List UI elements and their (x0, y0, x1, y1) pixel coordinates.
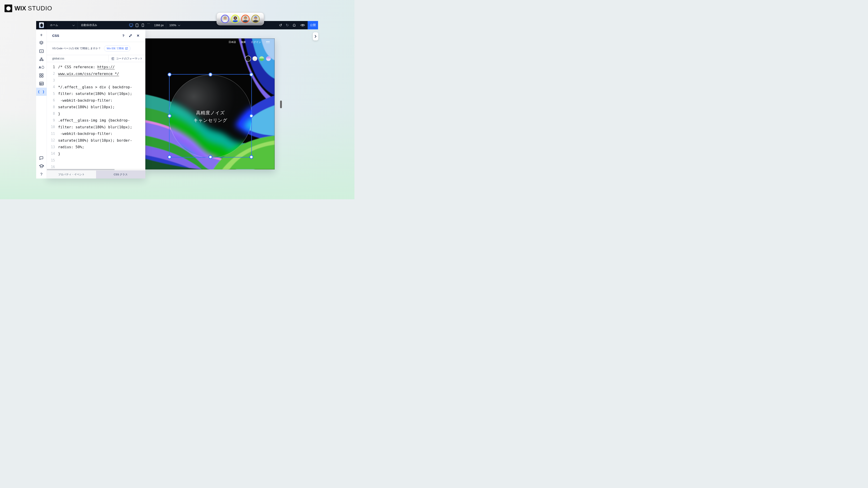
format-icon (111, 57, 115, 60)
line-number: 12 (49, 138, 55, 142)
typography-icon: A (39, 66, 44, 69)
line-number: 13 (49, 145, 55, 149)
code-line: 4*/.effect__glass > div { backdrop- (47, 84, 145, 91)
selection-handle[interactable] (168, 73, 172, 76)
file-name: global.css (47, 57, 108, 60)
connections-icon (39, 57, 43, 61)
code-line: 8saturate(180%) blur(10px); (47, 104, 145, 110)
line-number: 11 (49, 132, 55, 136)
code-line: 3 (47, 77, 145, 84)
code-line: 10filter: saturate(180%) blur(10px); (47, 124, 145, 131)
brand-name: WIX (14, 5, 26, 12)
css-code-panel: CSS ? ✕ VS Code ベースの IDE で開発しますか？ Wix ID… (47, 29, 145, 178)
headline-line-1: 高精度ノイズ (196, 110, 225, 116)
panel-close-button[interactable]: ✕ (136, 34, 140, 38)
zoom-menu[interactable]: 100% (166, 21, 183, 29)
scrollbar-thumb[interactable] (47, 169, 115, 170)
widgets-icon (39, 73, 43, 77)
zoom-level-value: 100% (169, 24, 176, 27)
cms-table-button[interactable] (36, 79, 47, 88)
site-nav-item[interactable]: 検索 (241, 40, 246, 44)
line-number: 15 (49, 158, 55, 162)
line-number: 10 (49, 125, 55, 129)
page-menu[interactable]: ホーム (47, 21, 78, 29)
site-nav-item[interactable]: 日本語 (228, 40, 236, 44)
typography-button[interactable]: A (36, 63, 47, 71)
collaborator-avatar[interactable] (241, 15, 250, 23)
color-swatch-white[interactable] (252, 56, 257, 61)
panel-help-button[interactable]: ? (122, 34, 124, 37)
publish-button[interactable]: 公開 (308, 21, 318, 29)
selection-handle[interactable] (168, 155, 172, 159)
mobile-breakpoint-button[interactable] (140, 21, 146, 29)
open-wix-ide-button[interactable]: Wix IDE で開発 (104, 45, 130, 52)
hamburger-menu-icon[interactable] (266, 41, 270, 43)
wix-studio-workspace: WIX STUDIO ホーム 自動保存済み … 1366 px (0, 0, 354, 199)
comments-button[interactable] (36, 154, 47, 162)
redo-button[interactable]: ↻ (284, 21, 291, 29)
selection-handle[interactable] (250, 73, 253, 76)
wix-logo-icon (4, 4, 12, 12)
avatar-face (254, 17, 257, 20)
tab-properties-events[interactable]: プロパティ・イベント (47, 170, 96, 178)
collaborator-avatar[interactable] (221, 15, 229, 23)
line-number: 4 (49, 85, 55, 89)
table-icon (39, 82, 43, 86)
glass-circle-element[interactable]: 高精度ノイズ キャンセリング (169, 75, 252, 158)
help-button[interactable]: ? (36, 170, 47, 178)
selection-handle[interactable] (250, 155, 253, 159)
tablet-breakpoint-button[interactable] (134, 21, 140, 29)
color-swatch-black[interactable] (246, 56, 250, 61)
site-navigation: 日本語検索ログイン (145, 40, 275, 44)
color-swatch-purple[interactable] (266, 56, 271, 61)
line-number: 8 (49, 111, 55, 116)
code-line: 6 -webkit-backdrop-filter: (47, 97, 145, 104)
selection-handle[interactable] (209, 73, 213, 76)
code-line: 11 -webkit-backdrop-filter: (47, 130, 145, 137)
code-line: 5filter: saturate(180%) blur(10px); (47, 90, 145, 97)
code-line: 12saturate(180%) blur(10px); border- (47, 137, 145, 144)
notifications-bell-button[interactable] (291, 21, 298, 29)
code-panel-button[interactable]: { } (36, 88, 47, 96)
line-number: 6 (49, 98, 55, 102)
academy-button[interactable] (36, 162, 47, 170)
code-horizontal-scrollbar[interactable] (47, 169, 145, 170)
external-link-icon (125, 47, 128, 50)
site-nav-item[interactable]: ログイン (251, 40, 261, 44)
line-number: 9 (49, 119, 55, 123)
code-editor[interactable]: 1/* CSS reference: https://2www.wix.com/… (47, 62, 145, 169)
panel-title: CSS (52, 34, 59, 37)
selection-handle[interactable] (250, 114, 253, 118)
site-canvas[interactable]: 日本語検索ログイン 高精度ノイズ キャンセリング (145, 38, 275, 169)
connections-button[interactable] (36, 55, 47, 63)
tab-css-classes[interactable]: CSS クラス (96, 170, 145, 178)
widgets-button[interactable] (36, 71, 47, 79)
editor-home-button[interactable] (36, 21, 47, 29)
more-breakpoints-button[interactable]: … (147, 21, 151, 29)
headline-line-2: キャンセリング (193, 117, 227, 123)
desktop-breakpoint-button[interactable] (128, 21, 134, 29)
panel-expand-button[interactable] (129, 34, 132, 37)
canvas-width-value[interactable]: 1366 px (154, 24, 164, 27)
page-sections-button[interactable] (36, 47, 47, 55)
layers-button[interactable] (36, 39, 47, 47)
collaborator-avatar[interactable] (251, 15, 260, 23)
selection-handle[interactable] (209, 155, 213, 159)
page-sections-icon (39, 50, 43, 53)
undo-button[interactable]: ↺ (277, 21, 284, 29)
right-panel-toggle-button[interactable] (313, 32, 318, 40)
color-swatch-green[interactable] (259, 56, 264, 61)
line-number: 8 (49, 105, 55, 109)
page-scrollbar-thumb[interactable] (280, 101, 282, 108)
color-swatch-row (145, 56, 275, 61)
format-code-button[interactable]: コードのフォーマット (108, 55, 145, 62)
editor-toolbar: ホーム 自動保存済み … 1366 px 100% ↺ ↻ (36, 21, 318, 29)
wix-studio-logo: WIX STUDIO (4, 4, 52, 12)
code-line: 9.effect__glass-img img {backdrop- (47, 117, 145, 124)
help-icon: ? (40, 172, 42, 177)
add-elements-button[interactable]: + (36, 31, 47, 39)
collaborator-avatar[interactable] (231, 15, 239, 23)
code-line: 1/* CSS reference: https:// (47, 64, 145, 70)
preview-eye-button[interactable] (298, 21, 308, 29)
selection-handle[interactable] (168, 114, 172, 118)
